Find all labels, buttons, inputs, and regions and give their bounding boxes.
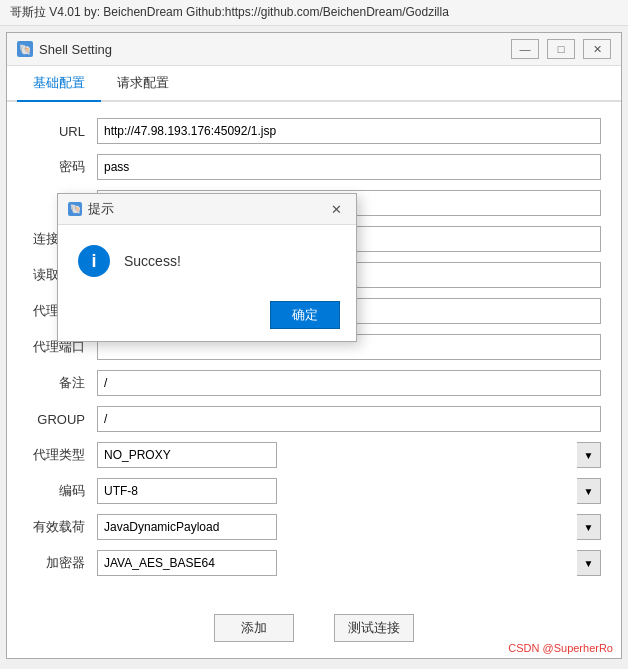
top-bar: 哥斯拉 V4.01 by: BeichenDream Github:https:…: [0, 0, 628, 26]
dialog-title-bar: 🐚 提示 ✕: [58, 194, 356, 225]
info-icon: i: [78, 245, 110, 277]
dialog-overlay: 🐚 提示 ✕ i Success! 确定: [7, 33, 621, 658]
dialog: 🐚 提示 ✕ i Success! 确定: [57, 193, 357, 342]
dialog-title-text: 提示: [88, 200, 114, 218]
dialog-footer: 确定: [58, 293, 356, 341]
dialog-message: Success!: [124, 253, 181, 269]
main-window: 🐚 Shell Setting — □ ✕ 基础配置 请求配置 URL 密码: [6, 32, 622, 659]
dialog-body: i Success!: [58, 225, 356, 293]
dialog-close-button[interactable]: ✕: [326, 200, 346, 218]
dialog-confirm-button[interactable]: 确定: [270, 301, 340, 329]
dialog-title-icon: 🐚: [68, 202, 82, 216]
dialog-title-left: 🐚 提示: [68, 200, 114, 218]
top-bar-text: 哥斯拉 V4.01 by: BeichenDream Github:https:…: [10, 5, 449, 19]
